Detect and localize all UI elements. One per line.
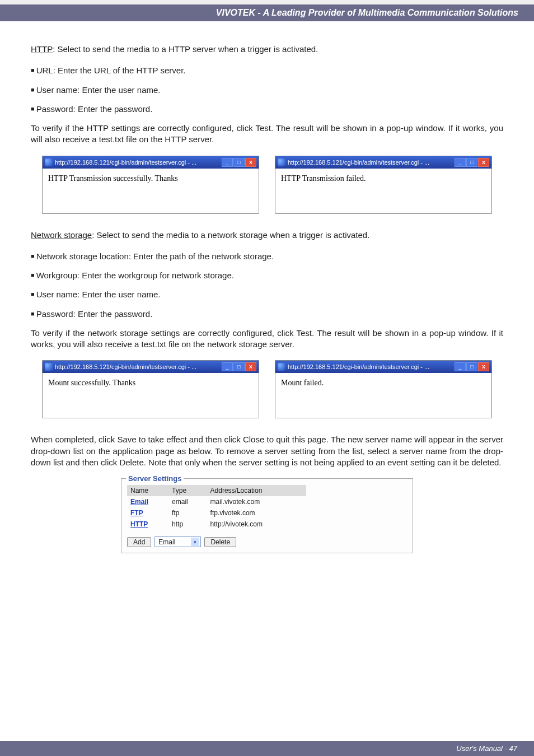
server-settings-panel: Server Settings Name Type Address/Locati… [121, 478, 413, 553]
server-link-http[interactable]: HTTP [127, 519, 168, 530]
minimize-button[interactable]: _ [222, 362, 233, 371]
page-footer: User's Manual - 47 [0, 741, 534, 756]
server-select[interactable]: Email ▾ [154, 536, 201, 547]
popup-http-success: http://192.168.5.121/cgi-bin/admin/tests… [42, 156, 259, 214]
ie-icon [278, 158, 285, 166]
ns-intro: Network storage: Select to send the medi… [31, 230, 503, 241]
col-name: Name [127, 485, 168, 496]
popup-title: http://192.168.5.121/cgi-bin/admin/tests… [288, 159, 454, 166]
http-intro: HTTP: Select to send the media to a HTTP… [31, 44, 503, 55]
http-heading-rest: : Select to send the media to a HTTP ser… [53, 44, 318, 54]
ie-icon [45, 158, 53, 166]
maximize-button[interactable]: □ [466, 362, 477, 371]
table-row: Email email mail.vivotek.com [127, 496, 306, 507]
minimize-button[interactable]: _ [455, 158, 466, 167]
col-type: Type [168, 485, 207, 496]
maximize-button[interactable]: □ [466, 158, 477, 167]
close-button[interactable]: X [245, 158, 256, 167]
table-row: HTTP http http://vivotek.com [127, 519, 306, 530]
ns-bullet-user: User name: Enter the user name. [31, 289, 503, 300]
minimize-button[interactable]: _ [455, 362, 466, 371]
server-settings-legend: Server Settings [126, 474, 184, 483]
delete-button[interactable]: Delete [204, 537, 236, 547]
server-addr: ftp.vivotek.com [207, 507, 306, 519]
http-bullet-user: User name: Enter the user name. [31, 85, 503, 96]
server-link-ftp[interactable]: FTP [127, 507, 168, 519]
ie-icon [45, 363, 53, 371]
close-button[interactable]: X [478, 158, 489, 167]
completed-para: When completed, click Save to take effec… [31, 434, 503, 468]
ns-bullet-wg: Workgroup: Enter the workgroup for netwo… [31, 270, 503, 281]
header-title: VIVOTEK - A Leading Provider of Multimed… [216, 8, 518, 17]
maximize-button[interactable]: □ [233, 362, 245, 371]
popup-body: HTTP Transmission successfully. Thanks [43, 169, 259, 213]
table-row: FTP ftp ftp.vivotek.com [127, 507, 306, 519]
page-header: VIVOTEK - A Leading Provider of Multimed… [0, 4, 534, 21]
ns-bullet-loc: Network storage location: Enter the path… [31, 251, 503, 262]
popup-body: HTTP Transmission failed. [275, 169, 491, 213]
popup-mount-fail: http://192.168.5.121/cgi-bin/admin/tests… [275, 360, 492, 418]
popup-title: http://192.168.5.121/cgi-bin/admin/tests… [55, 363, 221, 370]
server-type: http [168, 519, 207, 530]
ns-verify: To verify if the network storage setting… [31, 328, 503, 351]
popup-http-fail: http://192.168.5.121/cgi-bin/admin/tests… [275, 156, 492, 214]
ns-heading: Network storage [31, 230, 92, 240]
server-type: ftp [168, 507, 207, 519]
maximize-button[interactable]: □ [233, 158, 245, 167]
server-select-value: Email [156, 538, 191, 546]
popup-title: http://192.168.5.121/cgi-bin/admin/tests… [288, 363, 454, 370]
http-heading: HTTP [31, 44, 53, 54]
close-button[interactable]: X [478, 362, 489, 371]
minimize-button[interactable]: _ [222, 158, 233, 167]
close-button[interactable]: X [245, 362, 256, 371]
server-addr: mail.vivotek.com [207, 496, 306, 507]
table-header-row: Name Type Address/Location [127, 485, 306, 496]
popup-mount-success: http://192.168.5.121/cgi-bin/admin/tests… [42, 360, 259, 418]
http-bullet-pass: Password: Enter the password. [31, 104, 503, 115]
http-verify: To verify if the HTTP settings are corre… [31, 123, 503, 146]
popup-title: http://192.168.5.121/cgi-bin/admin/tests… [55, 159, 221, 166]
col-addr: Address/Location [207, 485, 306, 496]
ns-bullet-pass: Password: Enter the password. [31, 309, 503, 320]
footer-text: User's Manual - 47 [456, 744, 517, 753]
server-addr: http://vivotek.com [207, 519, 306, 530]
server-link-email[interactable]: Email [127, 496, 168, 507]
ie-icon [278, 363, 285, 371]
add-button[interactable]: Add [127, 537, 151, 547]
server-table: Name Type Address/Location Email email m… [127, 485, 306, 530]
ns-heading-rest: : Select to send the media to a network … [92, 230, 369, 240]
http-bullet-url: URL: Enter the URL of the HTTP server. [31, 65, 503, 76]
popup-body: Mount successfully. Thanks [43, 373, 259, 418]
chevron-down-icon: ▾ [191, 538, 199, 546]
server-type: email [168, 496, 207, 507]
popup-body: Mount failed. [275, 373, 491, 418]
